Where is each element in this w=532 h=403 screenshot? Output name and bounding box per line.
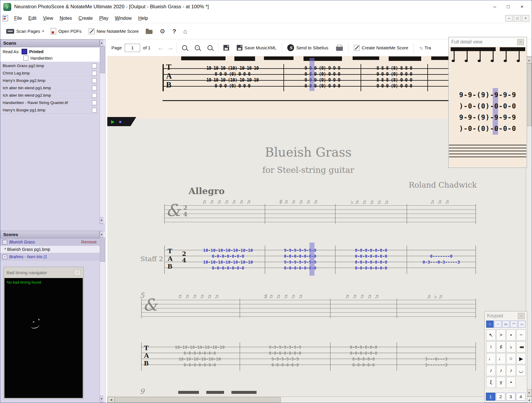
keypad-sharp-button[interactable]: ♯ xyxy=(496,341,506,352)
scan-file-item[interactable]: Harry's Boogie pg2.bmp xyxy=(0,77,100,84)
keypad-quarter-note-button[interactable]: ♩ xyxy=(496,353,506,364)
keypad-tab[interactable]: ▭ xyxy=(502,321,510,328)
menu-play[interactable]: Play xyxy=(96,14,112,22)
scan-file-checkbox[interactable] xyxy=(92,64,97,68)
keypad-tab-notes[interactable]: ○ xyxy=(486,321,494,328)
save-button[interactable] xyxy=(221,43,231,52)
voice-1-button[interactable]: 1 xyxy=(486,393,495,401)
scan-file-checkbox[interactable] xyxy=(92,71,97,76)
print-button[interactable] xyxy=(334,43,345,52)
open-folder-button[interactable] xyxy=(143,27,155,35)
new-notateme-score-button[interactable]: New NotateMe Score xyxy=(86,27,141,36)
keypad-flat-button[interactable]: ♭ xyxy=(506,341,516,352)
help-button[interactable]: ? xyxy=(170,26,179,36)
keypad-tie-button[interactable]: ◡ xyxy=(516,365,526,376)
horizontal-scrollbar[interactable]: ◀ ▶ xyxy=(107,396,526,403)
menu-notes[interactable]: Notes xyxy=(56,14,75,22)
keypad-eighth-rest-button[interactable]: γ xyxy=(496,377,506,388)
scroll-up-button[interactable]: ▲ xyxy=(526,57,532,64)
scrollbar-thumb[interactable] xyxy=(100,46,105,73)
keypad-tab[interactable]: − xyxy=(494,321,502,328)
create-notateme-score-button[interactable]: Create NotateMe Score xyxy=(351,43,411,52)
menu-file[interactable]: File xyxy=(11,14,25,22)
maximize-button[interactable]: □ xyxy=(502,1,515,13)
keypad-tenuto-button[interactable]: − xyxy=(516,329,526,341)
stop-button[interactable]: ■ xyxy=(119,119,121,124)
collapse-icon[interactable]: − xyxy=(3,240,7,244)
close-button[interactable]: × xyxy=(515,1,529,13)
score-page-item[interactable]: * Blueish Grass pg1.bmp xyxy=(0,246,100,253)
keypad-quarter-rest-button[interactable]: ξ xyxy=(486,377,496,388)
page-number-input[interactable] xyxy=(125,44,140,52)
voice-4-button[interactable]: 4 xyxy=(516,393,525,401)
scan-file-checkbox[interactable] xyxy=(92,100,97,105)
keypad-tab[interactable]: ♭♭ xyxy=(518,321,525,328)
zoom-tool-button[interactable] xyxy=(180,44,189,52)
mdi-minimize-button[interactable]: – xyxy=(505,15,513,22)
menu-create[interactable]: Create xyxy=(75,14,96,22)
scan-file-checkbox[interactable] xyxy=(92,86,97,90)
scroll-left-button[interactable]: ◀ xyxy=(108,397,115,403)
scroll-down-button[interactable]: ▼ xyxy=(100,396,103,402)
zoom-in-button[interactable]: + xyxy=(192,44,202,52)
score-item-blueish-grass[interactable]: − Blueish Grass Remove xyxy=(0,238,100,246)
score-item-brahms[interactable]: + Brahms - horn trio (1 xyxy=(0,253,100,261)
save-musicxml-button[interactable]: Save MusicXML xyxy=(234,43,279,52)
open-pdfs-button[interactable]: Open PDFs xyxy=(48,27,84,36)
scrollbar-thumb[interactable] xyxy=(100,238,105,262)
scrollbar-thumb[interactable] xyxy=(526,64,532,126)
document-icon[interactable] xyxy=(3,15,8,21)
keypad-accent-button[interactable]: > xyxy=(496,329,506,341)
keypad-play-button[interactable]: ▶ xyxy=(516,353,526,364)
handwritten-checkbox[interactable] xyxy=(23,56,28,61)
scan-file-item[interactable]: Christ Lag.bmp xyxy=(0,69,100,77)
scan-pages-button[interactable]: Scan Pages ▾ xyxy=(4,27,46,35)
home-button[interactable]: ⌂ xyxy=(181,26,189,36)
voice-3-button[interactable]: 3 xyxy=(506,393,515,401)
play-button[interactable]: ▶ xyxy=(111,119,115,124)
close-icon[interactable]: × xyxy=(74,269,81,276)
scan-file-item[interactable]: Ich aber bin elend pg1.bmp xyxy=(0,84,100,92)
scores-scrollbar[interactable]: ▲ ▼ xyxy=(100,231,106,402)
scan-file-item[interactable]: Blueish Grass pg2.bmp xyxy=(0,62,100,69)
keypad-quarter-note-button[interactable]: ♩ xyxy=(486,353,496,364)
menu-window[interactable]: Window xyxy=(112,14,135,22)
scroll-up-button[interactable]: ▲ xyxy=(100,231,103,238)
keypad-eighth-note-button[interactable]: ♪ xyxy=(506,365,516,376)
keypad-natural-button[interactable]: ♮ xyxy=(486,341,496,352)
minimize-button[interactable]: – xyxy=(488,1,502,13)
expand-icon[interactable]: + xyxy=(3,255,7,259)
scan-file-checkbox[interactable] xyxy=(92,108,97,113)
keypad-pointer-button[interactable]: ↖ xyxy=(486,329,496,341)
printed-checkbox[interactable] xyxy=(22,49,27,54)
settings-button[interactable]: ⚙ xyxy=(157,26,168,36)
keypad-rewind-button[interactable]: ◀◀ xyxy=(516,341,526,352)
transpose-button[interactable]: ↑↓ Tra xyxy=(417,44,433,52)
menu-edit[interactable]: Edit xyxy=(25,14,40,22)
close-icon[interactable]: × xyxy=(517,39,524,45)
keypad-eighth-note-button[interactable]: ♪ xyxy=(486,365,496,376)
scans-scrollbar[interactable]: ▲ ▼ xyxy=(100,39,106,224)
scan-file-item[interactable]: Ich aber bin elend pg2.bmp xyxy=(0,92,100,99)
mdi-restore-button[interactable]: □ xyxy=(514,15,521,22)
dropdown-arrow-icon[interactable]: ▾ xyxy=(42,29,44,33)
next-page-icon[interactable]: → xyxy=(167,44,173,52)
previous-page-icon[interactable]: ← xyxy=(158,44,164,52)
scrollbar-thumb[interactable] xyxy=(115,397,281,402)
close-icon[interactable]: × xyxy=(518,313,525,319)
keypad-tab[interactable]: ◠ xyxy=(510,321,518,328)
send-to-sibelius-button[interactable]: S Send to Sibelius xyxy=(285,43,330,53)
mdi-close-button[interactable]: × xyxy=(522,15,529,22)
menu-view[interactable]: View xyxy=(40,14,56,22)
keypad-eighth-note-button[interactable]: ♪ xyxy=(496,365,506,376)
scroll-down-button[interactable]: ▼ xyxy=(100,217,103,224)
voice-2-button[interactable]: 2 xyxy=(496,393,505,401)
scan-file-item[interactable]: Handwritten - Ravel String Quartet.tif xyxy=(0,99,100,106)
keypad-whole-note-button[interactable]: ○ xyxy=(506,353,516,364)
keypad-dot-button[interactable]: • xyxy=(506,329,516,341)
menu-help[interactable]: Help xyxy=(135,14,151,22)
keypad-dot-button[interactable]: • xyxy=(506,377,516,388)
scan-file-checkbox[interactable] xyxy=(92,93,97,98)
remove-link[interactable]: Remove xyxy=(81,240,97,244)
zoom-out-button[interactable]: − xyxy=(205,44,215,52)
